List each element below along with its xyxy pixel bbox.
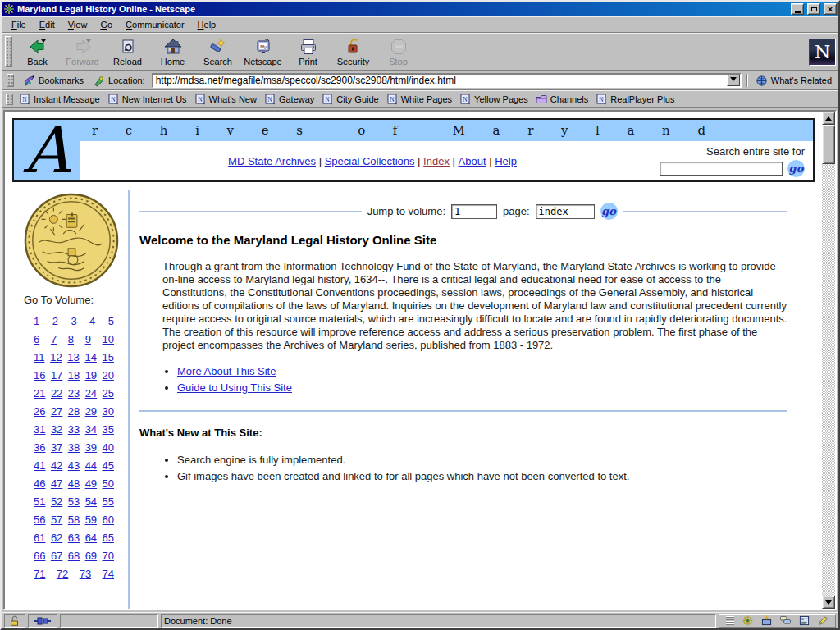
nav-link-about[interactable]: About [459, 155, 486, 167]
volume-link-44[interactable]: 44 [85, 460, 97, 471]
addressbook-icon[interactable] [799, 615, 810, 626]
scroll-down-button[interactable] [822, 596, 835, 609]
mailbox-icon[interactable] [761, 615, 772, 626]
volume-link-70[interactable]: 70 [103, 550, 114, 561]
volume-link-9[interactable]: 9 [85, 334, 91, 345]
scrollbar-thumb[interactable] [822, 125, 835, 164]
site-link-guide-to-using-this-site[interactable]: Guide to Using This Site [177, 381, 292, 394]
personal-item-gateway[interactable]: NGateway [262, 93, 319, 106]
back-button[interactable]: Back [15, 34, 60, 69]
volume-link-32[interactable]: 32 [51, 424, 62, 435]
volume-link-62[interactable]: 62 [51, 532, 62, 543]
menu-go[interactable]: Go [95, 18, 119, 31]
volume-link-28[interactable]: 28 [68, 406, 80, 417]
volume-link-57[interactable]: 57 [51, 514, 62, 525]
volume-link-37[interactable]: 37 [51, 442, 62, 453]
volume-link-73[interactable]: 73 [80, 568, 91, 579]
personal-item-city-guide[interactable]: NCity Guide [319, 93, 383, 106]
volume-link-27[interactable]: 27 [51, 406, 62, 417]
volume-link-35[interactable]: 35 [103, 424, 114, 435]
volume-link-34[interactable]: 34 [85, 424, 97, 435]
jump-volume-input[interactable] [451, 204, 497, 219]
volume-link-25[interactable]: 25 [103, 388, 114, 399]
volume-link-53[interactable]: 53 [68, 496, 80, 507]
volume-link-46[interactable]: 46 [34, 478, 45, 489]
volume-link-21[interactable]: 21 [34, 388, 45, 399]
volume-link-11[interactable]: 11 [34, 352, 45, 363]
personal-toolbar-grip[interactable] [6, 94, 13, 105]
personal-item-yellow-pages[interactable]: NYellow Pages [457, 93, 533, 106]
volume-link-16[interactable]: 16 [34, 370, 45, 381]
menu-help[interactable]: Help [193, 18, 223, 31]
volume-link-29[interactable]: 29 [85, 406, 97, 417]
volume-link-2[interactable]: 2 [52, 316, 58, 326]
volume-link-43[interactable]: 43 [68, 460, 80, 471]
component-bar-grip[interactable] [726, 616, 734, 625]
menu-view[interactable]: View [63, 18, 94, 31]
volume-link-38[interactable]: 38 [68, 442, 80, 453]
volume-link-24[interactable]: 24 [85, 388, 97, 399]
search-go-button[interactable]: go [788, 160, 805, 177]
menu-edit[interactable]: Edit [34, 18, 62, 31]
personal-item-realplayer-plus[interactable]: NRealPlayer Plus [593, 93, 679, 106]
volume-link-13[interactable]: 13 [67, 352, 79, 363]
location-bar-grip[interactable] [7, 74, 14, 87]
volume-link-33[interactable]: 33 [68, 424, 80, 435]
volume-link-39[interactable]: 39 [85, 442, 97, 453]
volume-link-31[interactable]: 31 [34, 424, 45, 435]
volume-link-68[interactable]: 68 [68, 550, 80, 561]
volume-link-19[interactable]: 19 [85, 370, 97, 381]
volume-link-64[interactable]: 64 [85, 532, 97, 543]
reload-button[interactable]: Reload [105, 34, 150, 69]
volume-link-55[interactable]: 55 [103, 496, 114, 507]
close-button[interactable]: × [824, 3, 837, 15]
volume-link-67[interactable]: 67 [51, 550, 62, 561]
volume-link-65[interactable]: 65 [103, 532, 114, 543]
personal-item-what-s-new[interactable]: NWhat's New [192, 93, 262, 106]
nav-link-index[interactable]: Index [423, 155, 450, 167]
volume-link-59[interactable]: 59 [85, 514, 97, 525]
volume-link-47[interactable]: 47 [51, 478, 62, 489]
volume-link-7[interactable]: 7 [51, 334, 57, 345]
volume-link-6[interactable]: 6 [34, 334, 39, 345]
print-button[interactable]: Print [285, 34, 331, 69]
jump-page-input[interactable] [536, 204, 595, 219]
volume-link-56[interactable]: 56 [34, 514, 45, 525]
volume-link-10[interactable]: 10 [103, 334, 114, 345]
personal-item-channels[interactable]: Channels [533, 93, 593, 106]
jump-go-button[interactable]: go [600, 203, 618, 220]
toolbar-grip[interactable] [5, 36, 12, 67]
volume-link-18[interactable]: 18 [68, 370, 80, 381]
volume-link-45[interactable]: 45 [103, 460, 114, 471]
volume-link-5[interactable]: 5 [108, 316, 114, 326]
security-status-panel[interactable] [4, 614, 25, 628]
volume-link-4[interactable]: 4 [89, 316, 95, 326]
volume-link-22[interactable]: 22 [51, 388, 62, 399]
volume-link-54[interactable]: 54 [85, 496, 97, 507]
volume-link-12[interactable]: 12 [50, 352, 62, 363]
restore-button[interactable] [807, 3, 820, 15]
discussions-icon[interactable] [780, 615, 791, 626]
navigator-icon[interactable] [742, 615, 753, 626]
netscape-button[interactable]: MyNetscape [240, 34, 285, 69]
volume-link-51[interactable]: 51 [34, 496, 45, 507]
personal-item-white-pages[interactable]: NWhite Pages [384, 93, 457, 106]
volume-link-63[interactable]: 63 [68, 532, 80, 543]
volume-link-30[interactable]: 30 [103, 406, 114, 417]
volume-link-71[interactable]: 71 [34, 568, 45, 579]
nav-link-special-collections[interactable]: Special Collections [325, 155, 415, 167]
nav-link-help[interactable]: Help [495, 155, 517, 167]
online-status-panel[interactable] [28, 614, 57, 628]
personal-item-instant-message[interactable]: NInstant Message [16, 93, 105, 106]
bookmarks-button[interactable]: Bookmarks [21, 74, 86, 88]
minimize-button[interactable] [791, 3, 804, 15]
volume-link-42[interactable]: 42 [51, 460, 62, 471]
volume-link-50[interactable]: 50 [103, 478, 114, 489]
menu-communicator[interactable]: Communicator [121, 18, 191, 31]
volume-link-8[interactable]: 8 [68, 334, 74, 345]
volume-link-20[interactable]: 20 [103, 370, 114, 381]
volume-link-26[interactable]: 26 [34, 406, 45, 417]
volume-link-17[interactable]: 17 [51, 370, 62, 381]
volume-link-40[interactable]: 40 [103, 442, 114, 453]
volume-link-23[interactable]: 23 [68, 388, 80, 399]
